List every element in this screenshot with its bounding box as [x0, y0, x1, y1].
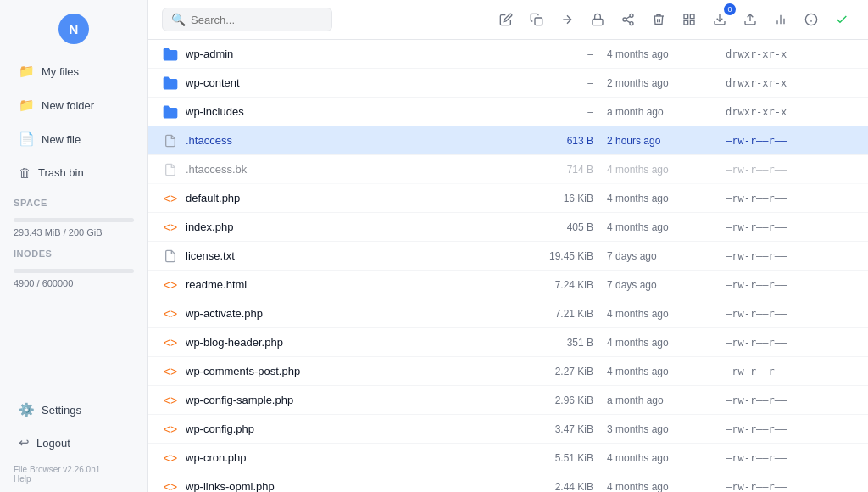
- sidebar-item-label: Settings: [42, 404, 81, 417]
- file-type-icon: [155, 249, 186, 264]
- file-date: 4 months ago: [607, 337, 726, 349]
- file-type-icon: [155, 103, 186, 120]
- file-date: 3 months ago: [607, 423, 726, 435]
- search-box[interactable]: 🔍: [162, 8, 332, 31]
- sidebar-item-label: Trash bin: [38, 166, 84, 179]
- sidebar-item-my-files[interactable]: 📁 My files: [5, 55, 142, 87]
- file-perms: –rw-r——r——: [726, 481, 861, 493]
- download-btn-wrap: 0: [707, 7, 732, 32]
- file-row[interactable]: .htaccess.bk 714 B 4 months ago –rw-r——r…: [148, 155, 868, 184]
- check-button[interactable]: [829, 7, 854, 32]
- sidebar-item-new-folder[interactable]: 📁 New folder: [5, 89, 142, 121]
- file-perms: –rw-r——r——: [726, 337, 861, 349]
- svg-point-5: [630, 22, 633, 25]
- file-type-icon: <>: [155, 307, 186, 321]
- file-row[interactable]: <> index.php 405 B 4 months ago –rw-r——r…: [148, 213, 868, 242]
- inodes-bar-fill: [14, 269, 14, 273]
- sidebar-item-settings[interactable]: ⚙️ Settings: [5, 394, 142, 426]
- file-name: readme.html: [186, 278, 522, 291]
- file-date: 4 months ago: [607, 452, 726, 464]
- file-row[interactable]: <> wp-config-sample.php 2.96 KiB a month…: [148, 386, 868, 415]
- version-text: File Browser v2.26.0h1 Help: [0, 460, 147, 485]
- file-row[interactable]: <> wp-links-opml.php 2.44 KiB 4 months a…: [148, 472, 868, 492]
- sidebar-item-logout[interactable]: ↩ Logout: [5, 427, 142, 459]
- file-type-icon: <>: [155, 221, 186, 234]
- file-date: 4 months ago: [607, 308, 726, 320]
- sidebar-item-new-file[interactable]: 📄 New file: [5, 123, 142, 155]
- file-row[interactable]: <> wp-cron.php 5.51 KiB 4 months ago –rw…: [148, 444, 868, 472]
- file-date: a month ago: [607, 394, 726, 406]
- file-row[interactable]: <> readme.html 7.24 KiB 7 days ago –rw-r…: [148, 271, 868, 299]
- search-icon: 🔍: [171, 13, 186, 26]
- file-rows-container: wp-admin – 4 months ago drwxr-xr-x wp-co…: [148, 40, 868, 492]
- file-size: 19.45 KiB: [522, 250, 607, 262]
- file-size: 2.96 KiB: [522, 394, 607, 406]
- move-button[interactable]: [554, 7, 580, 32]
- file-row[interactable]: wp-content – 2 months ago drwxr-xr-x: [148, 69, 868, 98]
- file-row[interactable]: <> wp-blog-header.php 351 B 4 months ago…: [148, 328, 868, 357]
- file-type-icon: <>: [155, 192, 186, 205]
- file-type-icon: <>: [155, 422, 186, 436]
- new-file-icon: 📄: [19, 131, 35, 147]
- svg-rect-8: [684, 14, 688, 19]
- sidebar-item-label: New file: [42, 133, 81, 146]
- file-row[interactable]: wp-admin – 4 months ago drwxr-xr-x: [148, 40, 868, 69]
- file-size: –: [522, 106, 607, 118]
- upload-button[interactable]: [737, 7, 763, 32]
- copy-button[interactable]: [524, 7, 549, 32]
- space-bar-bg: [14, 218, 134, 222]
- info-button[interactable]: [798, 7, 824, 32]
- file-date: 4 months ago: [607, 221, 726, 233]
- svg-point-3: [630, 14, 633, 17]
- file-name: wp-comments-post.php: [186, 365, 522, 377]
- file-size: –: [522, 77, 607, 89]
- file-name: wp-config-sample.php: [186, 394, 522, 406]
- file-perms: –rw-r——r——: [726, 308, 861, 320]
- file-type-icon: <>: [155, 278, 186, 292]
- share-button[interactable]: [615, 7, 641, 32]
- folder-icon: 📁: [19, 64, 35, 79]
- file-size: 2.27 KiB: [522, 366, 607, 377]
- file-size: 5.51 KiB: [522, 452, 607, 464]
- file-row[interactable]: <> default.php 16 KiB 4 months ago –rw-r…: [148, 184, 868, 213]
- settings-icon: ⚙️: [19, 402, 35, 417]
- lock-button[interactable]: [585, 7, 610, 32]
- main-content: 🔍 0: [148, 0, 868, 492]
- file-perms: –rw-r——r——: [726, 366, 861, 377]
- svg-rect-11: [690, 20, 694, 25]
- file-row[interactable]: <> wp-config.php 3.47 KiB 3 months ago –…: [148, 415, 868, 444]
- file-size: –: [522, 48, 607, 60]
- delete-button[interactable]: [646, 7, 671, 32]
- file-row[interactable]: <> wp-comments-post.php 2.27 KiB 4 month…: [148, 357, 868, 386]
- file-date: a month ago: [607, 106, 726, 118]
- file-perms: –rw-r——r——: [726, 135, 861, 147]
- file-date: 7 days ago: [607, 250, 726, 262]
- file-row[interactable]: wp-includes – a month ago drwxr-xr-x: [148, 98, 868, 126]
- sidebar-nav: 📁 My files 📁 New folder 📄 New file 🗑 Tra…: [0, 54, 147, 389]
- file-row[interactable]: license.txt 19.45 KiB 7 days ago –rw-r——…: [148, 242, 868, 271]
- file-size: 7.24 KiB: [522, 279, 607, 291]
- svg-line-6: [626, 20, 631, 23]
- svg-rect-0: [535, 18, 542, 25]
- chart-button[interactable]: [768, 7, 793, 32]
- file-name: .htaccess: [186, 134, 522, 147]
- file-perms: –rw-r——r——: [726, 423, 861, 435]
- file-size: 16 KiB: [522, 193, 607, 204]
- file-date: 4 months ago: [607, 481, 726, 493]
- file-type-icon: <>: [155, 336, 186, 349]
- file-type-icon: <>: [155, 480, 186, 493]
- file-row[interactable]: .htaccess 613 B 2 hours ago –rw-r——r——: [148, 126, 868, 155]
- sidebar-item-trash-bin[interactable]: 🗑 Trash bin: [5, 157, 142, 188]
- file-date: 2 hours ago: [607, 135, 726, 147]
- file-row[interactable]: <> wp-activate.php 7.21 KiB 4 months ago…: [148, 299, 868, 328]
- file-perms: drwxr-xr-x: [726, 48, 861, 60]
- file-type-icon: [155, 75, 186, 92]
- edit-button[interactable]: [493, 7, 519, 32]
- file-name: license.txt: [186, 249, 522, 262]
- search-input[interactable]: [191, 14, 323, 26]
- file-type-icon: [155, 133, 186, 148]
- grid-view-button[interactable]: [676, 7, 702, 32]
- file-size: 613 B: [522, 135, 607, 147]
- file-date: 4 months ago: [607, 193, 726, 204]
- logout-icon: ↩: [19, 435, 30, 450]
